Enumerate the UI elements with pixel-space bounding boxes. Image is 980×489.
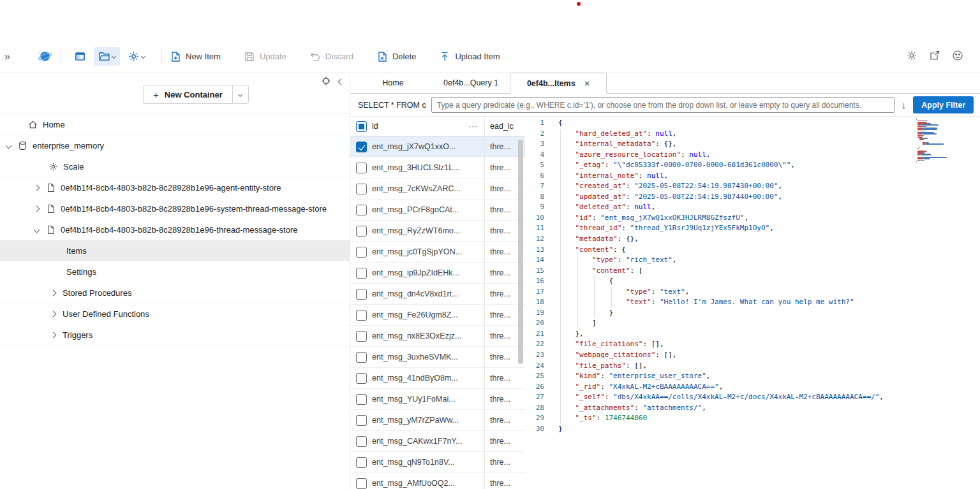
document-editor[interactable]: 1{2 "hard_deleted_at": null,3 "internal_… bbox=[525, 117, 980, 489]
tree-item[interactable]: Items bbox=[0, 240, 350, 261]
table-row[interactable]: ent_msg_PCrF8goCAt...thre... bbox=[350, 200, 525, 221]
new-item-button[interactable]: New Item bbox=[170, 51, 221, 62]
table-row[interactable]: ent_msg_3HUCLSlz1L...thre... bbox=[350, 157, 525, 179]
chevron-down-icon[interactable] bbox=[6, 142, 12, 149]
query-dropdown-arrow-icon[interactable]: ↓ bbox=[900, 99, 909, 110]
tree-item[interactable]: Triggers bbox=[0, 325, 350, 346]
table-row[interactable]: ent_msg_dn4cV8xd1rt...thre... bbox=[350, 284, 525, 305]
table-row[interactable]: ent_msg_41ndByO8m...thre... bbox=[350, 368, 525, 389]
minimap[interactable] bbox=[916, 119, 976, 163]
editor-line[interactable]: 15 "content": [ bbox=[525, 266, 980, 277]
tab-items[interactable]: 0ef4b...Items × bbox=[510, 73, 607, 94]
close-icon[interactable]: × bbox=[584, 78, 590, 89]
open-file-button[interactable] bbox=[94, 47, 120, 66]
row-checkbox[interactable] bbox=[356, 289, 367, 300]
editor-line[interactable]: 21 }, bbox=[525, 329, 980, 340]
row-checkbox[interactable] bbox=[356, 373, 367, 384]
editor-line[interactable]: 13 "content": { bbox=[525, 245, 980, 256]
tree-item[interactable]: 0ef4b1f4-8cb4-4803-b82b-8c28928b1e96-thr… bbox=[0, 219, 350, 240]
row-checkbox[interactable] bbox=[356, 142, 367, 152]
editor-line[interactable]: 23 "webpage_citations": [], bbox=[525, 350, 980, 361]
delete-button[interactable]: Delete bbox=[376, 51, 417, 62]
feedback-smiley-icon[interactable] bbox=[952, 50, 963, 63]
table-row[interactable]: ent_msg_3uxheSVMK...thre... bbox=[350, 347, 525, 368]
editor-line[interactable]: 30} bbox=[525, 424, 980, 435]
chevron-right-icon[interactable] bbox=[34, 205, 40, 212]
discard-button[interactable]: Discard bbox=[309, 51, 353, 62]
editor-line[interactable]: 5 "_etag": "\"dc05333f-0000-0700-0000-68… bbox=[525, 160, 980, 171]
row-checkbox[interactable] bbox=[356, 436, 367, 447]
tree-item[interactable]: enterprise_memory bbox=[0, 135, 350, 156]
table-row[interactable]: ent_msg_jc0TgSjpYON...thre... bbox=[350, 242, 525, 263]
table-row[interactable]: ent_msg_RyZzWT6mo...thre... bbox=[350, 221, 525, 242]
table-row[interactable]: ent_msg_nx8E3OxEzjz...thre... bbox=[350, 326, 525, 347]
editor-line[interactable]: 3 "internal_metadata": {}, bbox=[525, 139, 980, 150]
chevron-right-icon[interactable] bbox=[50, 332, 57, 338]
table-row[interactable]: ent_msg_ip9JpZIdEHk...thre... bbox=[350, 263, 525, 284]
row-checkbox[interactable] bbox=[356, 205, 367, 215]
tree-item[interactable]: Settings bbox=[0, 261, 350, 282]
data-explorer-icon[interactable] bbox=[70, 47, 91, 66]
editor-line[interactable]: 26 "_rid": "X4xkAL-M2+cBAAAAAAAACA==", bbox=[525, 382, 980, 393]
tree-item[interactable]: Stored Procedures bbox=[0, 282, 350, 303]
editor-line[interactable]: 27 "_self": "dbs/X4xkAA==/colls/X4xkAL-M… bbox=[525, 392, 980, 403]
table-row[interactable]: ent_msg_AMfUoOQ2...thre... bbox=[350, 473, 525, 489]
header-partition-cell[interactable]: ead_ic bbox=[484, 117, 525, 136]
open-in-window-icon[interactable] bbox=[929, 50, 940, 63]
editor-line[interactable]: 29 "_ts": 1746744860 bbox=[525, 413, 980, 424]
editor-line[interactable]: 20 ] bbox=[525, 318, 980, 329]
table-row[interactable]: ent_msg_jX7wQ1xxO...thre... bbox=[350, 136, 525, 157]
header-id-cell[interactable]: id ··· bbox=[372, 122, 484, 131]
row-checkbox[interactable] bbox=[356, 352, 367, 363]
table-row[interactable]: ent_msg_CAKwx1F7nY...thre... bbox=[350, 431, 525, 452]
update-button[interactable]: Update bbox=[244, 51, 286, 62]
upload-item-button[interactable]: Upload Item bbox=[439, 51, 500, 62]
table-row[interactable]: ent_msg_yM7rZPaWw...thre... bbox=[350, 410, 525, 431]
chevron-down-icon[interactable] bbox=[34, 226, 40, 233]
row-checkbox[interactable] bbox=[356, 163, 367, 173]
editor-line[interactable]: 11 "thread_id": "thread_Y1RsrJ9Uq1zjYEx5… bbox=[525, 223, 980, 234]
chevron-right-icon[interactable] bbox=[50, 310, 57, 317]
row-checkbox[interactable] bbox=[356, 268, 367, 279]
editor-line[interactable]: 1{ bbox=[525, 118, 980, 129]
tree-item[interactable]: Scale bbox=[0, 156, 350, 177]
editor-line[interactable]: 14 "type": "rich_text", bbox=[525, 255, 980, 266]
chevron-right-icon[interactable] bbox=[50, 289, 57, 296]
row-checkbox[interactable] bbox=[356, 310, 367, 321]
editor-line[interactable]: 9 "deleted_at": null, bbox=[525, 202, 980, 213]
editor-line[interactable]: 12 "metadata": {}, bbox=[525, 234, 980, 245]
editor-line[interactable]: 25 "kind": "enterprise_user_store", bbox=[525, 371, 980, 382]
row-checkbox[interactable] bbox=[356, 394, 367, 405]
chevron-right-icon[interactable] bbox=[34, 184, 40, 191]
editor-line[interactable]: 2 "hard_deleted_at": null, bbox=[525, 129, 980, 140]
tab-home[interactable]: Home bbox=[354, 73, 432, 93]
table-row[interactable]: ent_msg_Fe26Ugm8Z...thre... bbox=[350, 305, 525, 326]
editor-line[interactable]: 8 "updated_at": "2025-05-08T22:54:19.987… bbox=[525, 192, 980, 203]
items-scrollbar[interactable] bbox=[518, 140, 523, 364]
editor-line[interactable]: 18 "text": "Hello! I'm James. What can y… bbox=[525, 297, 980, 308]
tree-item[interactable]: 0ef4b1f4-8cb4-4803-b82b-8c28928b1e96-sys… bbox=[0, 198, 350, 219]
row-checkbox[interactable] bbox=[356, 478, 367, 489]
tools-menu-button[interactable] bbox=[123, 47, 149, 66]
tree-item[interactable]: 0ef4b1f4-8cb4-4803-b82b-8c28928b1e96-age… bbox=[0, 177, 350, 198]
tab-query[interactable]: 0ef4b...Query 1 bbox=[432, 73, 510, 93]
table-row[interactable]: ent_msg_7cKWsZARC...thre... bbox=[350, 179, 525, 200]
row-checkbox[interactable] bbox=[356, 415, 367, 426]
editor-line[interactable]: 28 "_attachments": "attachments/", bbox=[525, 403, 980, 414]
editor-line[interactable]: 7 "created_at": "2025-05-08T22:54:19.987… bbox=[525, 181, 980, 192]
expand-panel-icon[interactable]: » bbox=[4, 51, 19, 62]
editor-line[interactable]: 4 "azure_resource_location": null, bbox=[525, 150, 980, 161]
row-checkbox[interactable] bbox=[356, 457, 367, 468]
tree-item[interactable]: Home bbox=[0, 114, 350, 135]
new-container-button[interactable]: + New Container bbox=[143, 85, 232, 104]
column-menu-icon[interactable]: ··· bbox=[468, 122, 478, 131]
query-predicate-input[interactable] bbox=[431, 97, 895, 113]
table-row[interactable]: ent_msg_YUy1FoMai...thre... bbox=[350, 389, 525, 410]
tree-item[interactable]: User Defined Functions bbox=[0, 303, 350, 325]
row-checkbox[interactable] bbox=[356, 226, 367, 237]
settings-gear-icon[interactable] bbox=[906, 50, 917, 63]
editor-line[interactable]: 19 } bbox=[525, 308, 980, 319]
editor-line[interactable]: 16 { bbox=[525, 276, 980, 287]
row-checkbox[interactable] bbox=[356, 184, 367, 194]
select-all-checkbox[interactable] bbox=[356, 121, 367, 132]
